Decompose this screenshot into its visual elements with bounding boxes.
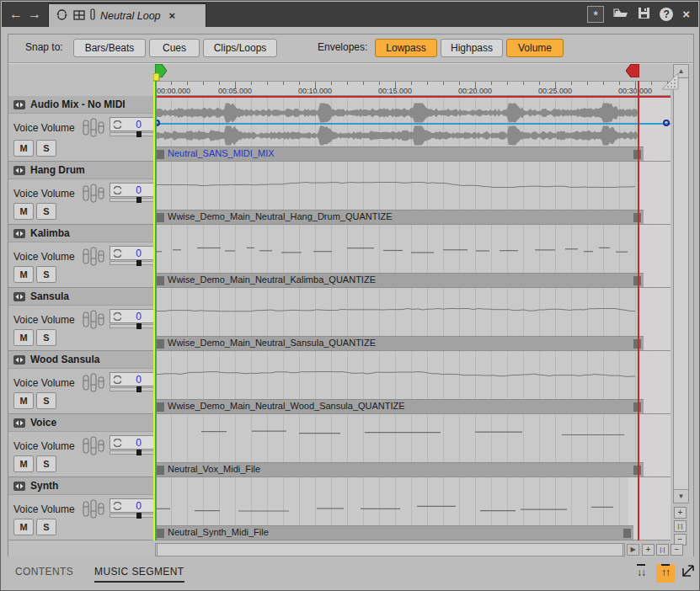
clip-bar[interactable]: Neutral_SANS_MIDI_MIX — [155, 146, 644, 161]
vertical-zoom-fit-button[interactable]: |:| — [674, 520, 687, 532]
voice-volume-slider[interactable] — [110, 450, 155, 455]
solo-button[interactable]: S — [36, 519, 56, 535]
voice-volume-slider[interactable] — [110, 261, 155, 265]
exit-cue-line-red[interactable] — [638, 81, 639, 540]
voice-volume-slider-thumb[interactable] — [136, 450, 142, 455]
voice-volume-slider-thumb[interactable] — [136, 260, 142, 266]
voice-volume-slider-thumb[interactable] — [136, 513, 142, 519]
track-lane[interactable]: Neutral_SANS_MIDI_MIX — [155, 96, 671, 161]
solo-button[interactable]: S — [36, 203, 56, 220]
exit-cue-flag[interactable] — [626, 64, 639, 77]
voice-volume-value[interactable]: 0 — [126, 500, 152, 512]
snap-clips-loops-button[interactable]: Clips/Loops — [203, 39, 277, 57]
entry-cue-sub-marker[interactable] — [153, 73, 160, 82]
faders-icon[interactable] — [83, 309, 106, 331]
voice-volume-slider-thumb[interactable] — [136, 131, 142, 137]
voice-volume-slider[interactable] — [110, 324, 155, 328]
clip-bar[interactable]: Wwise_Demo_Main_Neutral_Sansula_QUANTIZE — [155, 336, 644, 350]
track-lane[interactable]: Wwise_Demo_Main_Neutral_Sansula_QUANTIZE — [155, 288, 671, 350]
tab-music-segment[interactable]: MUSIC SEGMENT — [94, 566, 184, 583]
voice-volume-slider-thumb[interactable] — [136, 386, 142, 392]
clip-left-handle[interactable] — [157, 466, 164, 475]
clip-left-handle[interactable] — [157, 213, 164, 222]
solo-button[interactable]: S — [36, 392, 56, 409]
envelope-highpass-button[interactable]: Highpass — [441, 39, 503, 57]
clip-bar[interactable]: Wwise_Demo_Main_Neutral_Kalimba_QUANTIZE — [155, 273, 644, 287]
voice-volume-value[interactable]: 0 — [126, 119, 152, 130]
faders-icon[interactable] — [83, 372, 106, 394]
voice-volume-value[interactable]: 0 — [126, 437, 152, 449]
track-title-strip[interactable]: Audio Mix - No MIDI — [8, 96, 154, 114]
save-icon[interactable] — [638, 7, 650, 23]
voice-volume-spinner[interactable]: 0 — [110, 435, 155, 450]
voice-volume-slider-thumb[interactable] — [136, 197, 142, 203]
pin-view-button[interactable]: * — [587, 6, 604, 23]
voice-volume-spinner[interactable]: 0 — [110, 372, 155, 386]
lowpass-envelope-line[interactable] — [155, 96, 671, 98]
envelope-lowpass-button[interactable]: Lowpass — [375, 39, 437, 57]
mute-button[interactable]: M — [13, 519, 34, 535]
collapse-tracks-icon[interactable]: ↓↓ — [632, 564, 650, 583]
faders-icon[interactable] — [83, 435, 106, 457]
scroll-right-icon[interactable]: ▶ — [627, 544, 639, 556]
solo-button[interactable]: S — [36, 266, 56, 283]
mute-button[interactable]: M — [13, 266, 34, 283]
window-close-icon[interactable]: × — [682, 6, 690, 23]
voice-volume-spinner[interactable]: 0 — [110, 246, 155, 260]
help-icon[interactable]: ? — [660, 8, 673, 21]
horizontal-zoom-out-button[interactable]: − — [671, 544, 683, 556]
clip-right-handle[interactable] — [623, 529, 631, 538]
track-title-strip[interactable]: Sansula — [8, 288, 154, 306]
snap-bars-beats-button[interactable]: Bars/Beats — [73, 39, 146, 57]
track-title-strip[interactable]: Voice — [8, 414, 154, 432]
track-lane[interactable]: Wwise_Demo_Main_Neutral_Kalimba_QUANTIZE — [155, 225, 671, 287]
timeline-ruler[interactable]: 00:00.00000:05.00000:10.00000:15.00000:2… — [155, 81, 671, 96]
faders-icon[interactable] — [83, 246, 106, 268]
mute-button[interactable]: M — [13, 140, 34, 157]
solo-button[interactable]: S — [36, 140, 56, 157]
track-title-strip[interactable]: Synth — [8, 477, 154, 495]
tab-neutral-loop[interactable]: Neutral Loop × — [48, 3, 206, 27]
vertical-scrollbar[interactable]: ▲ ▼ — [673, 64, 689, 503]
voice-volume-value[interactable]: 0 — [126, 248, 152, 259]
tab-contents[interactable]: CONTENTS — [15, 566, 73, 581]
scroll-down-icon[interactable]: ▼ — [674, 489, 688, 503]
voice-volume-slider[interactable] — [110, 132, 155, 136]
voice-volume-spinner[interactable]: 0 — [110, 309, 155, 323]
mute-button[interactable]: M — [13, 329, 34, 346]
voice-volume-spinner[interactable]: 0 — [110, 498, 155, 513]
voice-volume-slider[interactable] — [110, 387, 155, 391]
mute-button[interactable]: M — [13, 203, 34, 220]
clip-bar[interactable]: Wwise_Demo_Main_Neutral_Wood_Sansula_QUA… — [155, 399, 644, 413]
mute-button[interactable]: M — [13, 392, 34, 409]
back-arrow-icon[interactable]: ← — [7, 5, 25, 24]
envelope-volume-button[interactable]: Volume — [506, 39, 564, 57]
mute-button[interactable]: M — [13, 455, 34, 472]
faders-icon[interactable] — [83, 117, 106, 139]
voice-volume-value[interactable]: 0 — [126, 184, 152, 196]
horizontal-zoom-fit-button[interactable]: |:| — [656, 544, 669, 556]
vertical-scrollbar-thumb[interactable] — [674, 77, 688, 490]
horizontal-scrollbar[interactable] — [155, 543, 625, 556]
clip-bar[interactable]: Neutral_Vox_Midi_File — [155, 462, 644, 477]
track-title-strip[interactable]: Hang Drum — [8, 162, 154, 179]
forward-arrow-icon[interactable]: → — [25, 5, 44, 24]
volume-envelope-end-handle[interactable] — [663, 120, 670, 126]
track-lane[interactable]: Wwise_Demo_Main_Neutral_Wood_Sansula_QUA… — [155, 351, 671, 413]
vertical-zoom-in-button[interactable]: + — [674, 507, 687, 519]
solo-button[interactable]: S — [36, 329, 56, 346]
clip-left-handle[interactable] — [157, 276, 164, 285]
voice-volume-spinner[interactable]: 0 — [110, 117, 155, 131]
horizontal-zoom-in-button[interactable]: + — [642, 544, 655, 556]
voice-volume-slider[interactable] — [110, 198, 155, 202]
entry-cue-line-green[interactable] — [155, 81, 157, 540]
clip-left-handle[interactable] — [157, 150, 164, 159]
voice-volume-slider[interactable] — [110, 514, 155, 518]
track-title-strip[interactable]: Wood Sansula — [8, 351, 154, 369]
ruler-resize-grip[interactable] — [662, 73, 679, 90]
track-lane[interactable]: Neutral_Synth_Midi_File — [155, 477, 671, 540]
faders-icon[interactable] — [83, 498, 106, 520]
clip-left-handle[interactable] — [157, 339, 164, 349]
faders-icon[interactable] — [83, 183, 106, 205]
track-lane[interactable]: Neutral_Vox_Midi_File — [155, 414, 671, 477]
